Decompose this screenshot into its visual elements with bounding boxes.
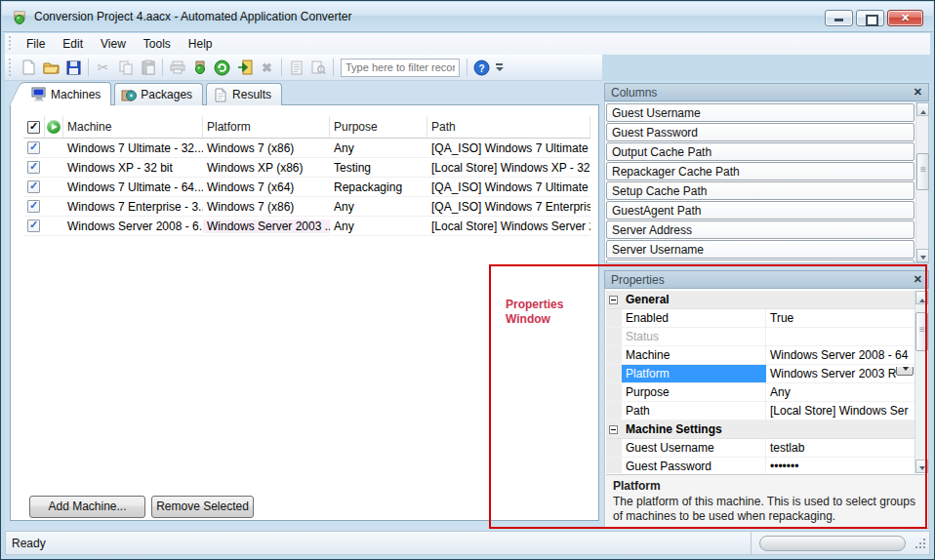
maximize-button[interactable] xyxy=(856,10,884,26)
stop-icon[interactable]: ✖ xyxy=(256,57,278,79)
machines-table: Machine Platform Purpose Path Windows 7 … xyxy=(23,116,590,236)
row-checkbox[interactable] xyxy=(27,161,40,174)
column-item[interactable]: Guest Username xyxy=(606,103,915,122)
scroll-thumb[interactable] xyxy=(916,153,929,190)
paste-icon[interactable] xyxy=(137,57,159,79)
property-row-machine[interactable]: Machine Windows Server 2008 - 64 xyxy=(606,346,915,365)
row-checkbox[interactable] xyxy=(27,180,40,193)
category-row-general[interactable]: General xyxy=(606,291,915,309)
machine-cell: Windows 7 Enterprise - 3... xyxy=(63,200,203,214)
column-item[interactable]: Server Username xyxy=(606,240,915,259)
category-row-machine-settings[interactable]: Machine Settings xyxy=(606,420,915,439)
scroll-down-icon[interactable] xyxy=(916,249,929,262)
help-icon[interactable]: ? xyxy=(470,57,493,79)
status-bar: Ready xyxy=(5,531,930,555)
app-icon xyxy=(12,10,27,25)
column-item[interactable]: Output Cache Path xyxy=(606,142,915,161)
property-row-enabled[interactable]: Enabled True xyxy=(606,309,915,328)
row-checkbox[interactable] xyxy=(27,220,40,232)
property-value: Windows Server 2003 R xyxy=(766,367,915,380)
report-icon[interactable] xyxy=(285,57,307,79)
scroll-up-icon[interactable] xyxy=(915,291,928,304)
minimize-button[interactable] xyxy=(825,10,853,26)
toolbar-overflow-icon[interactable] xyxy=(493,57,507,79)
toolbar-grip[interactable] xyxy=(8,59,13,76)
resize-grip-icon[interactable] xyxy=(914,537,927,550)
table-row[interactable]: Windows 7 Enterprise - 3... Windows 7 (x… xyxy=(23,197,590,217)
scroll-down-icon[interactable] xyxy=(915,460,928,473)
row-checkbox[interactable] xyxy=(27,141,40,154)
title-bar: Conversion Project 4.aacx - Automated Ap… xyxy=(2,2,933,32)
platform-dropdown-icon[interactable] xyxy=(896,367,914,376)
columns-close-icon[interactable]: ✕ xyxy=(914,86,922,99)
menu-grip[interactable] xyxy=(8,36,13,51)
property-row-guest-username[interactable]: Guest Username testlab xyxy=(606,439,915,458)
collapse-icon[interactable] xyxy=(609,296,618,304)
run-conversion-icon[interactable] xyxy=(233,57,256,79)
property-name: Guest Password xyxy=(622,458,766,473)
scroll-up-icon[interactable] xyxy=(916,102,929,116)
select-all-checkbox[interactable] xyxy=(27,121,40,134)
preview-icon[interactable] xyxy=(307,57,330,79)
machine-cell: Windows Server 2008 - 6... xyxy=(63,220,203,233)
platform-cell: Windows Server 2003 ... xyxy=(203,220,330,233)
table-row[interactable]: Windows 7 Ultimate - 32... Windows 7 (x8… xyxy=(23,139,590,158)
menu-edit[interactable]: Edit xyxy=(54,34,92,54)
columns-scrollbar[interactable] xyxy=(915,102,928,262)
tab-results-label: Results xyxy=(232,88,271,101)
properties-close-icon[interactable]: ✕ xyxy=(914,273,922,286)
column-item[interactable]: Repackager Cache Path xyxy=(606,162,915,180)
content-area: Machines Packages Results Machine Platfo… xyxy=(5,81,930,531)
copy-icon[interactable] xyxy=(114,57,137,79)
properties-scrollbar[interactable] xyxy=(915,291,927,473)
col-header-platform[interactable]: Platform xyxy=(203,116,330,138)
property-row-purpose[interactable]: Purpose Any xyxy=(606,383,915,402)
remove-selected-button[interactable]: Remove Selected xyxy=(151,496,254,518)
table-row[interactable]: Windows 7 Ultimate - 64... Windows 7 (x6… xyxy=(23,178,590,197)
table-row[interactable]: Windows XP - 32 bit Windows XP (x86) Tes… xyxy=(23,158,590,178)
platform-cell: Windows 7 (x86) xyxy=(203,141,330,155)
property-row-path[interactable]: Path [Local Store] Windows Ser xyxy=(606,402,915,420)
table-row-selected[interactable]: Windows Server 2008 - 6... Windows Serve… xyxy=(23,217,590,236)
filter-records-input[interactable] xyxy=(341,59,460,77)
property-value: [Local Store] Windows Ser xyxy=(766,404,915,418)
save-icon[interactable] xyxy=(62,57,85,79)
platform-cell: Windows 7 (x64) xyxy=(203,180,330,194)
tab-packages[interactable]: Packages xyxy=(114,83,203,105)
add-machine-button[interactable]: Add Machine... xyxy=(29,496,145,518)
column-item[interactable]: Guest Password xyxy=(606,123,915,141)
category-label: Machine Settings xyxy=(622,420,726,438)
menu-tools[interactable]: Tools xyxy=(135,34,180,54)
menu-file[interactable]: File xyxy=(18,34,54,54)
cut-icon[interactable]: ✂ xyxy=(92,57,114,79)
menu-help[interactable]: Help xyxy=(180,34,222,54)
open-project-icon[interactable] xyxy=(40,57,62,79)
tab-results[interactable]: Results xyxy=(206,83,282,105)
scroll-thumb[interactable] xyxy=(915,312,928,351)
column-item[interactable]: GuestAgent Path xyxy=(606,201,915,220)
property-row-platform[interactable]: Platform Windows Server 2003 R xyxy=(606,365,915,383)
row-checkbox[interactable] xyxy=(27,200,40,213)
machines-tab-page: Machine Platform Purpose Path Windows 7 … xyxy=(10,104,599,521)
print-icon[interactable] xyxy=(166,57,188,79)
path-cell: [Local Store] Windows Server 2... xyxy=(427,220,590,233)
property-row-guest-password[interactable]: Guest Password ••••••• xyxy=(606,458,915,473)
new-project-icon[interactable] xyxy=(18,57,40,79)
collapse-icon[interactable] xyxy=(609,425,618,434)
platform-value-text: Windows Server 2003 R xyxy=(770,367,896,380)
tab-machines[interactable]: Machines xyxy=(24,82,111,105)
close-button[interactable]: ✕ xyxy=(887,10,923,26)
column-item[interactable]: Server Password xyxy=(606,260,915,263)
col-header-purpose[interactable]: Purpose xyxy=(330,116,427,138)
app-window: Conversion Project 4.aacx - Automated Ap… xyxy=(0,0,935,560)
col-header-machine[interactable]: Machine xyxy=(63,116,203,138)
col-header-path[interactable]: Path xyxy=(427,116,590,138)
property-row-status[interactable]: Status xyxy=(606,328,915,346)
column-item[interactable]: Server Address xyxy=(606,220,915,239)
column-item[interactable]: Setup Cache Path xyxy=(606,181,915,200)
refresh-icon[interactable] xyxy=(211,57,233,79)
package-icon[interactable] xyxy=(188,57,211,79)
purpose-cell: Any xyxy=(330,220,427,233)
menu-view[interactable]: View xyxy=(92,34,135,54)
machine-cell: Windows 7 Ultimate - 32... xyxy=(63,141,203,155)
